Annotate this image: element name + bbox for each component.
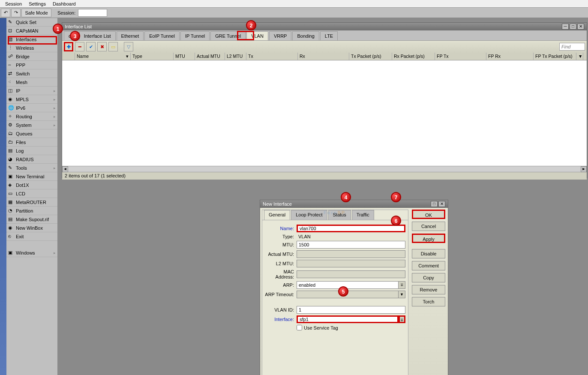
h-scrollbar[interactable]: ◄ ► [62,166,587,172]
sidebar-item-lcd[interactable]: ▭LCD [6,189,57,198]
minimize-button[interactable]: ─ [562,24,569,30]
sidebar-item-partition[interactable]: ◔Partition [6,207,57,215]
sidebar-item-ppp[interactable]: ⎓PPP [6,61,57,69]
copy-button[interactable]: Copy [412,273,445,282]
column-header[interactable] [62,53,75,60]
disable-dlg-button[interactable]: Disable [412,249,445,258]
add-button[interactable]: ✚ [64,42,73,51]
sidebar-icon: ⎋ [8,234,14,240]
maximize-button[interactable]: □ [570,24,576,30]
arp-dropdown[interactable]: ∓ [399,281,405,289]
name-input[interactable] [297,225,405,232]
sidebar-item-switch[interactable]: ⇄Switch [6,69,57,78]
close-button[interactable]: ✕ [577,24,584,30]
apply-button[interactable]: Apply [412,234,445,243]
column-header[interactable]: Rx [298,53,349,60]
dialog-tab-status[interactable]: Status [328,210,351,220]
interface-input[interactable] [297,315,399,323]
tab-ip-tunnel[interactable]: IP Tunnel [180,31,210,40]
arp-input[interactable] [297,281,399,289]
tab-vrrp[interactable]: VRRP [269,31,292,40]
sidebar-item-log[interactable]: ▤Log [6,147,57,155]
menu-settings[interactable]: Settings [25,0,49,7]
interface-dropdown[interactable]: ∓ [399,315,405,323]
filter-button[interactable]: ▽ [124,42,133,51]
sidebar-label: Mesh [16,80,27,85]
column-header[interactable]: MTU [174,53,195,60]
sidebar-item-queues[interactable]: 🗂Queues [6,129,57,138]
vlanid-input[interactable] [297,306,405,314]
sidebar-item-tools[interactable]: ✎Tools▸ [6,164,57,172]
column-header[interactable]: Type [131,53,174,60]
column-header[interactable]: FP Rx [486,53,534,60]
redo-button[interactable]: ↷ [11,9,21,17]
sidebar-item-bridge[interactable]: ☍Bridge [6,52,57,61]
arp-timeout-dropdown[interactable]: ▼ [399,291,405,298]
sidebar-item-ip[interactable]: ◫IP▸ [6,87,57,95]
sidebar-item-mesh[interactable]: ⁖Mesh [6,78,57,87]
sidebar-item-new-terminal[interactable]: ▣New Terminal [6,172,57,181]
column-header[interactable]: FP Tx [435,53,486,60]
dialog-tab-traffic[interactable]: Traffic [352,210,374,220]
comment-dlg-button[interactable]: Comment [412,261,445,270]
sidebar-item-capsman[interactable]: ⊡CAPsMAN [6,27,57,35]
interface-list-content[interactable] [62,60,587,166]
sidebar-icon: 🌐 [8,105,14,111]
dialog-close-button[interactable]: ✕ [438,201,445,207]
cancel-button[interactable]: Cancel [412,222,445,231]
dialog-titlebar[interactable]: New Interface □ ✕ [260,200,448,208]
dialog-tab-general[interactable]: General [264,210,290,220]
column-header[interactable]: Tx [246,53,298,60]
sidebar-item-quick-set[interactable]: ✎Quick Set [6,18,57,27]
sidebar-item-metarouter[interactable]: ▦MetaROUTER [6,198,57,207]
menu-session[interactable]: Session [2,0,25,7]
sidebar-item-routing[interactable]: ✧Routing▸ [6,112,57,121]
label-vlanid: VLAN ID: [265,307,297,312]
tab-bonding[interactable]: Bonding [292,31,319,40]
ok-button[interactable]: OK [412,210,445,219]
remove-dlg-button[interactable]: Remove [412,285,445,294]
sidebar-item-new-winbox[interactable]: ◉New WinBox [6,224,57,232]
tab-interface-list[interactable]: Interface List [79,31,116,40]
tab-ethernet[interactable]: Ethernet [117,31,144,40]
mtu-input[interactable] [297,241,405,249]
undo-button[interactable]: ↶ [1,9,10,17]
enable-button[interactable]: ✔ [86,42,96,51]
tab-lte[interactable]: LTE [320,31,338,40]
menu-dashboard[interactable]: Dashboard [49,0,79,7]
column-header[interactable]: Tx Packet (p/s) [349,53,392,60]
column-header[interactable]: Actual MTU [195,53,225,60]
remove-button[interactable]: ━ [75,42,84,51]
chevron-right-icon: ▸ [54,89,56,93]
column-header[interactable]: Name ▾ [75,53,131,60]
sidebar-item-radius[interactable]: ◕RADIUS [6,155,57,164]
torch-button[interactable]: Torch [412,297,445,306]
sidebar-label: Routing [16,114,32,119]
sidebar-item-wireless[interactable]: ⋮Wireless [6,44,57,52]
sidebar-item-dot1x[interactable]: ◈Dot1X [6,181,57,189]
session-input[interactable] [78,9,107,17]
sidebar-icon: ⊡ [8,28,14,34]
marker-5: 5 [338,286,348,297]
dialog-restore-button[interactable]: □ [431,201,438,207]
column-header[interactable]: FP Tx Packet (p/s) [534,53,576,60]
column-header[interactable]: L2 MTU [225,53,246,60]
column-menu[interactable]: ▼ [576,53,583,60]
window-titlebar[interactable]: Interface List ─ □ ✕ [62,23,587,30]
sidebar-item-ipv6[interactable]: 🌐IPv6▸ [6,104,57,112]
safe-mode-button[interactable]: Safe Mode [21,9,51,17]
sidebar-item-exit[interactable]: ⎋Exit [6,232,57,241]
sidebar-item-files[interactable]: 🗀Files [6,138,57,147]
sidebar-item-system[interactable]: ⚙System▸ [6,121,57,129]
sidebar-item-mpls[interactable]: ◉MPLS▸ [6,95,57,104]
use-service-tag-checkbox[interactable] [297,325,302,330]
tab-eoip-tunnel[interactable]: EoIP Tunnel [144,31,180,40]
sidebar-item-windows[interactable]: ▣Windows▸ [6,249,57,257]
dialog-tab-loop-protect[interactable]: Loop Protect [291,210,327,220]
find-input[interactable] [559,43,585,51]
disable-button[interactable]: ✖ [97,42,107,51]
comment-button[interactable]: ▭ [108,42,118,51]
sidebar-item-make-supout.rif[interactable]: ▤Make Supout.rif [6,215,57,224]
sidebar-label: New WinBox [16,225,43,231]
column-header[interactable]: Rx Packet (p/s) [392,53,435,60]
